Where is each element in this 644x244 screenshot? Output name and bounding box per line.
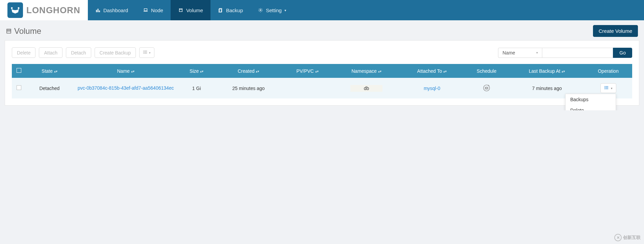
svg-point-19 — [143, 52, 144, 52]
page-title-text: Volume — [14, 26, 41, 36]
nav-dashboard[interactable]: Dashboard — [88, 0, 135, 20]
svg-point-27 — [604, 88, 605, 88]
schedule-icon — [482, 84, 491, 92]
col-size[interactable]: Size — [190, 68, 199, 74]
list-icon — [604, 85, 609, 91]
chevron-down-icon: ▾ — [536, 51, 538, 54]
go-button[interactable]: Go — [613, 48, 632, 58]
row-checkbox[interactable] — [17, 85, 21, 90]
svg-point-1 — [18, 7, 20, 9]
nav-node[interactable]: Node — [135, 0, 171, 20]
volumes-table: State▴▾ Name▴▾ Size▴▾ Created▴▾ PV/PVC▴▾… — [12, 64, 632, 98]
cell-created: 25 minutes ago — [232, 86, 265, 91]
page-title: Volume — [6, 26, 41, 36]
svg-point-26 — [604, 86, 605, 87]
sort-icon: ▴▾ — [131, 70, 134, 72]
chevron-down-icon: ▾ — [611, 87, 613, 90]
col-operation: Operation — [598, 68, 618, 74]
svg-point-28 — [604, 89, 605, 89]
nav-setting-label: Setting — [266, 7, 282, 13]
chart-icon — [95, 7, 101, 13]
col-pvpvc[interactable]: PV/PVC — [296, 68, 314, 74]
cell-lastbackup: 7 minutes ago — [532, 86, 562, 91]
nav-setting[interactable]: Setting ▾ — [250, 0, 294, 20]
col-name[interactable]: Name — [117, 68, 129, 74]
gear-icon — [258, 7, 263, 13]
logo[interactable]: LONGHORN — [0, 0, 88, 20]
laptop-icon — [143, 7, 148, 13]
col-lastbackup[interactable]: Last Backup At — [529, 68, 560, 74]
sort-icon: ▴▾ — [256, 70, 259, 72]
nav-volume[interactable]: Volume — [171, 0, 210, 20]
filter-field-select[interactable]: Name ▾ — [498, 48, 542, 58]
col-namespace[interactable]: Namespace — [351, 68, 377, 74]
svg-rect-4 — [99, 11, 100, 12]
sort-icon: ▴▾ — [378, 70, 381, 72]
sort-icon: ▴▾ — [443, 70, 447, 72]
cell-attached-link[interactable]: mysql-0 — [424, 86, 440, 91]
nav-backup-label: Backup — [226, 7, 243, 13]
svg-point-0 — [11, 7, 13, 9]
svg-rect-5 — [144, 9, 147, 11]
filter-field-value: Name — [502, 50, 515, 56]
cell-name-link[interactable]: pvc-0b37084c-815b-43ef-afd7-aa56406134ec — [78, 85, 174, 92]
list-icon — [143, 50, 148, 56]
svg-rect-3 — [98, 9, 98, 12]
menu-backups[interactable]: Backups — [566, 94, 616, 105]
create-volume-button[interactable]: Create Volume — [593, 25, 638, 37]
page-header: Volume Create Volume — [0, 20, 644, 40]
table-row: Detached pvc-0b37084c-815b-43ef-afd7-aa5… — [12, 78, 632, 98]
sort-icon: ▴▾ — [562, 70, 565, 72]
nav-dashboard-label: Dashboard — [103, 7, 128, 13]
col-state[interactable]: State — [42, 68, 53, 74]
col-created[interactable]: Created — [238, 68, 254, 74]
cell-namespace: db — [350, 85, 383, 92]
operation-menu: Backups Delete Attach Upgrade Engine Exp… — [565, 94, 616, 110]
search-input[interactable] — [542, 48, 613, 58]
col-attached[interactable]: Attached To — [417, 68, 442, 74]
nav-node-label: Node — [151, 7, 163, 13]
nav-volume-label: Volume — [186, 7, 203, 13]
volume-icon — [178, 7, 183, 13]
svg-point-18 — [143, 51, 144, 51]
bulk-attach-button[interactable]: Attach — [39, 47, 63, 58]
longhorn-icon — [7, 2, 23, 18]
sort-icon: ▴▾ — [200, 70, 203, 72]
brand-text: LONGHORN — [26, 5, 80, 16]
bulk-more-button[interactable]: ▾ — [139, 47, 154, 58]
content-card: Delete Attach Detach Create Backup ▾ Nam… — [5, 40, 639, 106]
svg-point-11 — [260, 9, 261, 11]
nav-backup[interactable]: Backup — [210, 0, 250, 20]
row-operation-button[interactable]: ▾ Backups Delete Attach Upgrade Engine E… — [600, 83, 616, 93]
chevron-down-icon: ▾ — [284, 8, 286, 12]
cell-size: 1 Gi — [192, 86, 201, 91]
select-all-checkbox[interactable] — [17, 68, 21, 73]
svg-point-22 — [485, 87, 488, 88]
bulk-create-backup-button[interactable]: Create Backup — [95, 47, 136, 58]
svg-rect-2 — [96, 10, 97, 12]
svg-rect-7 — [179, 9, 182, 12]
sort-icon: ▴▾ — [54, 70, 57, 72]
toolbar: Delete Attach Detach Create Backup ▾ Nam… — [12, 47, 632, 58]
svg-point-20 — [143, 53, 144, 53]
bulk-delete-button[interactable]: Delete — [12, 47, 35, 58]
col-schedule: Schedule — [477, 68, 496, 74]
top-nav: LONGHORN Dashboard Node Volume Backup Se… — [0, 0, 644, 20]
menu-delete[interactable]: Delete — [566, 105, 616, 110]
bulk-detach-button[interactable]: Detach — [66, 47, 91, 58]
chevron-down-icon: ▾ — [149, 51, 151, 54]
volume-page-icon — [6, 26, 11, 36]
backup-icon — [218, 7, 223, 13]
cell-state: Detached — [39, 86, 59, 91]
sort-icon: ▴▾ — [315, 70, 319, 72]
